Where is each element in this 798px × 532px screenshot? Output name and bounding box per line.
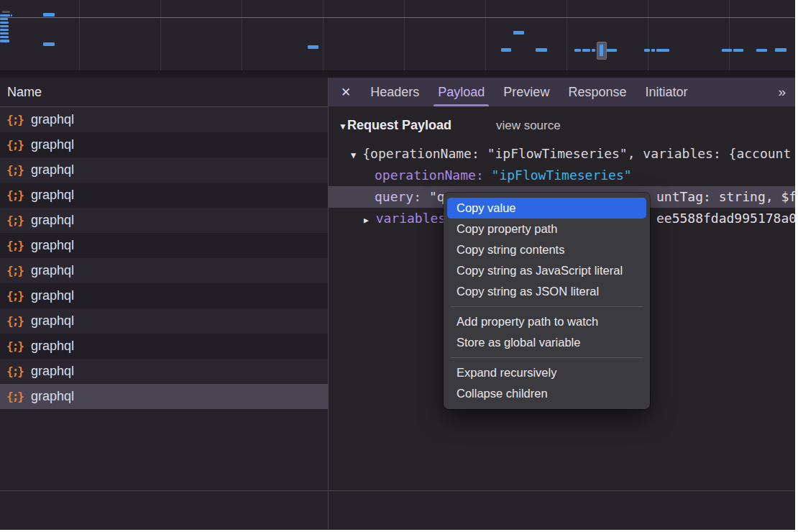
menu-divider <box>451 357 643 358</box>
overview-gridline <box>404 0 405 78</box>
waterfall-bar <box>592 49 595 52</box>
overview-gridline <box>160 0 161 78</box>
waterfall-bar <box>600 45 603 56</box>
waterfall-bar <box>11 14 12 17</box>
request-row[interactable]: {;}graphql <box>0 233 328 258</box>
request-row[interactable]: {;}graphql <box>0 258 328 283</box>
waterfall-bar <box>756 49 767 52</box>
request-row[interactable]: {;}graphql <box>0 334 328 359</box>
overview-gridline <box>242 0 242 78</box>
waterfall-bar <box>775 48 786 52</box>
waterfall-bar <box>43 13 55 17</box>
json-braces-icon: {;} <box>6 188 24 202</box>
request-row[interactable]: {;}graphql <box>0 308 328 334</box>
json-braces-icon: {;} <box>6 214 24 227</box>
root-object-preview: {operationName: "ipFlowTimeseries", vari… <box>362 146 791 161</box>
waterfall-bar <box>513 31 524 35</box>
tab-preview[interactable]: Preview <box>494 78 559 106</box>
name-column-header[interactable]: Name <box>0 78 328 107</box>
tab-initiator[interactable]: Initiator <box>636 78 697 106</box>
request-row[interactable]: {;}graphql <box>0 208 328 233</box>
close-icon[interactable]: ✕ <box>329 85 361 100</box>
waterfall-bar <box>0 36 9 38</box>
property-key: operationName: <box>375 168 484 183</box>
request-row[interactable]: {;}graphql <box>0 183 328 208</box>
menu-item-expand-recursively[interactable]: Expand recursively <box>447 362 646 383</box>
menu-item-copy-value[interactable]: Copy value <box>447 198 646 219</box>
tab-payload[interactable]: Payload <box>428 78 494 106</box>
network-overview-timeline[interactable] <box>0 0 795 78</box>
request-name-label: graphql <box>31 263 74 278</box>
request-name-label: graphql <box>31 288 74 303</box>
json-braces-icon: {;} <box>6 239 24 252</box>
request-row[interactable]: {;}graphql <box>0 384 328 409</box>
waterfall-bar <box>722 49 732 52</box>
property-value: "ipFlowTimeseries" <box>492 168 632 183</box>
property-key: variables <box>376 211 446 226</box>
summary-footer <box>0 490 795 530</box>
waterfall-bar <box>536 48 547 52</box>
tree-row-operation-name[interactable]: operationName: "ipFlowTimeseries" <box>329 165 795 186</box>
json-braces-icon: {;} <box>6 113 24 127</box>
json-braces-icon: {;} <box>6 289 24 303</box>
devtools-window: Name {;}graphql{;}graphql{;}graphql{;}gr… <box>0 0 795 529</box>
requests-list: {;}graphql{;}graphql{;}graphql{;}graphql… <box>0 107 328 409</box>
waterfall-bar <box>0 18 8 20</box>
tree-row-root[interactable]: ▼{operationName: "ipFlowTimeseries", var… <box>329 143 795 165</box>
details-tab-bar: ✕ HeadersPayloadPreviewResponseInitiator… <box>329 78 795 106</box>
menu-item-collapse-children[interactable]: Collapse children <box>447 383 646 404</box>
expander-icon[interactable]: ▼ <box>351 150 356 160</box>
waterfall-bar <box>0 32 9 35</box>
overview-gridline <box>648 0 648 78</box>
requests-panel: Name {;}graphql{;}graphql{;}graphql{;}gr… <box>0 78 328 490</box>
tab-response[interactable]: Response <box>559 78 636 106</box>
menu-divider <box>451 306 643 307</box>
overview-gridline <box>79 0 80 78</box>
section-expander-icon[interactable]: ▼ <box>339 121 347 132</box>
waterfall-bar <box>501 48 511 52</box>
waterfall-bar <box>2 11 10 13</box>
request-row[interactable]: {;}graphql <box>0 107 328 132</box>
waterfall-bar <box>656 49 669 52</box>
request-name-label: graphql <box>31 188 74 203</box>
overview-gridline <box>323 0 324 78</box>
waterfall-bar <box>733 49 743 52</box>
devtools-screenshot: Name {;}graphql{;}graphql{;}graphql{;}gr… <box>0 0 798 532</box>
json-braces-icon: {;} <box>6 264 24 278</box>
expander-icon[interactable]: ▶ <box>364 216 369 225</box>
overview-gridline <box>485 0 486 78</box>
section-title: Request Payload <box>347 118 451 133</box>
menu-item-copy-string-contents[interactable]: Copy string contents <box>447 239 646 260</box>
request-row[interactable]: {;}graphql <box>0 132 328 157</box>
menu-item-copy-string-as-javascript-literal[interactable]: Copy string as JavaScript literal <box>447 260 646 281</box>
panel-split-handle[interactable] <box>328 78 329 529</box>
request-name-label: graphql <box>31 213 74 228</box>
request-name-label: graphql <box>31 137 74 152</box>
menu-item-add-property-path-to-watch[interactable]: Add property path to watch <box>447 311 646 332</box>
json-braces-icon: {;} <box>6 138 24 152</box>
waterfall-bar <box>0 25 9 27</box>
waterfall-bar <box>0 14 10 17</box>
waterfall-bar <box>0 40 9 42</box>
property-preview-right-fragment: ee5588fdad995178a0 <box>656 208 795 229</box>
request-row[interactable]: {;}graphql <box>0 157 328 183</box>
property-key: query: <box>375 189 421 204</box>
menu-item-copy-property-path[interactable]: Copy property path <box>447 219 646 239</box>
menu-item-store-as-global-variable[interactable]: Store as global variable <box>447 332 646 353</box>
view-source-link[interactable]: view source <box>496 119 561 133</box>
overview-gridline <box>729 0 730 78</box>
request-name-label: graphql <box>31 313 74 329</box>
json-braces-icon: {;} <box>6 390 24 403</box>
request-row[interactable]: {;}graphql <box>0 359 328 384</box>
context-menu: Copy valueCopy property pathCopy string … <box>444 193 650 409</box>
menu-item-copy-string-as-json-literal[interactable]: Copy string as JSON literal <box>447 281 646 302</box>
tab-headers[interactable]: Headers <box>361 78 428 106</box>
request-row[interactable]: {;}graphql <box>0 283 328 308</box>
json-braces-icon: {;} <box>6 163 24 177</box>
overview-divider-line <box>0 17 795 18</box>
more-tabs-icon[interactable]: » <box>778 84 795 100</box>
waterfall-bar <box>651 49 655 52</box>
tabs-container: HeadersPayloadPreviewResponseInitiator <box>361 78 697 106</box>
json-braces-icon: {;} <box>6 314 24 328</box>
request-name-label: graphql <box>31 162 74 178</box>
